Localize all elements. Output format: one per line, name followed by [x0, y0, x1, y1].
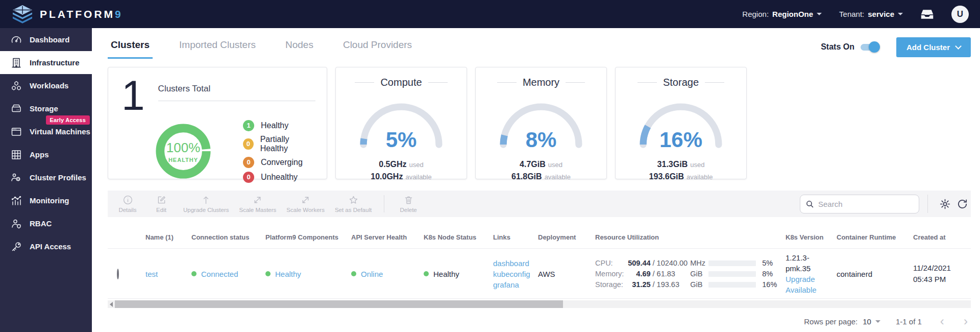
donut-percent: 100% [166, 140, 201, 156]
unhealthy-count-badge: 0 [243, 172, 254, 183]
gear-icon [939, 198, 951, 210]
resource-utilization-cell: CPU: 509.44 / 10240.00 MHz 5% Memory: 4.… [589, 258, 779, 290]
tenant-selector[interactable]: Tenant: service [839, 10, 903, 18]
search-icon [805, 200, 814, 208]
column-container-runtime[interactable]: Container Runtime [830, 226, 907, 249]
column-created-at[interactable]: Created at [907, 226, 971, 249]
column-deployment[interactable]: Deployment [532, 226, 589, 249]
tabs-row: Clusters Imported Clusters Nodes Cloud P… [108, 35, 971, 59]
tab-imported-clusters[interactable]: Imported Clusters [176, 35, 259, 59]
legend-partially-healthy: 0 Partially Healthy [243, 135, 315, 153]
vm-window-icon [10, 126, 22, 138]
trash-icon [403, 195, 414, 205]
storage-available: 193.6GiBavailable [649, 171, 713, 183]
region-label: Region: [742, 10, 769, 18]
sidebar-item-dashboard[interactable]: Dashboard [0, 28, 92, 51]
tab-cloud-providers[interactable]: Cloud Providers [340, 35, 415, 59]
k8s-version-value: 1.21.3-pmk.35 [786, 252, 830, 274]
user-shield-icon [10, 218, 22, 230]
grafana-link[interactable]: grafana [493, 279, 532, 290]
legend-converging: 0 Converging [243, 157, 315, 168]
compute-gauge-chart: 5% [356, 100, 446, 149]
chevron-down-icon [875, 320, 880, 323]
column-connection-status[interactable]: Connection status [185, 226, 259, 249]
memory-gauge-chart: 8% [496, 100, 586, 149]
green-status-dot [265, 271, 271, 276]
connection-status-cell: Connected [185, 270, 259, 278]
memory-usage-bar [708, 271, 756, 277]
toggle-switch[interactable] [861, 44, 878, 51]
upgrade-clusters-button[interactable]: Upgrade Clusters [178, 191, 234, 217]
cluster-name-link[interactable]: test [145, 270, 158, 278]
edit-button[interactable]: Edit [144, 191, 178, 217]
sidebar-item-rbac[interactable]: RBAC [0, 212, 92, 235]
storage-used: 31.3GiBused [649, 158, 713, 171]
stats-toggle-label: Stats On [821, 42, 854, 52]
refresh-button[interactable] [953, 195, 971, 212]
next-page-button[interactable]: › [961, 314, 971, 328]
scale-workers-button[interactable]: Scale Workers [281, 191, 330, 217]
legend-unhealthy: 0 Unhealthy [243, 172, 315, 183]
key-icon [10, 241, 22, 253]
tab-clusters[interactable]: Clusters [108, 35, 153, 59]
compute-percent: 5% [356, 128, 446, 152]
column-links[interactable]: Links [487, 226, 532, 249]
details-button[interactable]: Details [111, 191, 144, 217]
memory-utilization-row: Memory: 4.69 / 61.83 GiB 8% [595, 269, 779, 279]
platform9-components-cell: Healthy [259, 270, 345, 278]
column-name[interactable]: Name (1) [139, 226, 185, 249]
summary-cards: 1 Clusters Total 100% HEALTHY [108, 67, 747, 179]
sidebar-item-apps[interactable]: Apps [0, 143, 92, 166]
user-avatar[interactable]: U [951, 6, 969, 23]
clusters-total-card: 1 Clusters Total 100% HEALTHY [108, 67, 327, 179]
column-api-server-health[interactable]: API Server Health [345, 226, 418, 249]
cpu-usage-bar [708, 260, 756, 266]
donut-label: HEALTHY [168, 157, 198, 163]
memory-card: Memory 8% 4.7GiBused 61.8GiBavailable [475, 67, 607, 179]
dashboard-link[interactable]: dashboard [493, 258, 532, 269]
compute-used: 0.5GHzused [371, 158, 431, 171]
scale-masters-button[interactable]: Scale Masters [234, 191, 281, 217]
sidebar-item-api-access[interactable]: API Access [0, 235, 92, 258]
row-select-radio[interactable] [117, 269, 119, 279]
tab-bar: Clusters Imported Clusters Nodes Cloud P… [108, 35, 415, 59]
main-content: Clusters Imported Clusters Nodes Cloud P… [92, 28, 980, 332]
tab-nodes[interactable]: Nodes [282, 35, 316, 59]
kubeconfig-link[interactable]: kubeconfig [493, 269, 532, 279]
sidebar-item-workloads[interactable]: Workloads [0, 74, 92, 97]
set-as-default-button[interactable]: Set as Default [330, 191, 377, 217]
column-resource-utilization[interactable]: Resource Utilization [589, 226, 779, 249]
green-status-dot [424, 271, 429, 276]
column-settings-button[interactable] [936, 195, 953, 212]
cpu-utilization-row: CPU: 509.44 / 10240.00 MHz 5% [595, 258, 779, 269]
health-legend: 1 Healthy 0 Partially Healthy 0 Convergi… [243, 116, 315, 186]
scrollbar-thumb[interactable] [115, 300, 563, 308]
storage-percent: 16% [636, 128, 726, 152]
add-cluster-button[interactable]: Add Cluster [896, 37, 971, 57]
search-input[interactable] [818, 200, 905, 208]
compute-card: Compute 5% 0.5GHzused 10.0GHzavailable [335, 67, 467, 179]
cubes-icon [10, 80, 22, 92]
chart-icon [10, 195, 22, 207]
notifications-tray-button[interactable] [920, 9, 934, 20]
stats-toggle[interactable]: Stats On [821, 42, 878, 52]
sidebar-item-virtual-machines[interactable]: Early Access Virtual Machines [0, 120, 92, 143]
previous-page-button[interactable]: ‹ [937, 314, 947, 328]
region-selector[interactable]: Region: RegionOne [742, 10, 822, 18]
table-toolbar: Details Edit Upgrade Clusters Scale Mast… [108, 191, 971, 217]
sidebar-item-infrastructure[interactable]: Infrastructure [0, 51, 92, 74]
horizontal-scrollbar[interactable] [108, 300, 971, 308]
created-at-cell: 11/24/2021 05:43 PM [907, 263, 971, 285]
upgrade-available-link[interactable]: Upgrade Available [786, 274, 830, 295]
rows-per-page-select[interactable]: 10 [863, 317, 880, 326]
green-status-dot [191, 271, 197, 276]
column-k8s-version[interactable]: K8s Version [779, 226, 830, 249]
column-platform9-components[interactable]: Platform9 Components [259, 226, 345, 249]
clusters-total-count: 1 [121, 76, 145, 115]
delete-button[interactable]: Delete [391, 191, 425, 217]
storage-title: Storage [663, 77, 699, 88]
scroll-left-arrow[interactable] [110, 302, 113, 307]
column-k8s-node-status[interactable]: K8s Node Status [418, 226, 487, 249]
sidebar-item-cluster-profiles[interactable]: Cluster Profiles [0, 166, 92, 189]
sidebar-item-monitoring[interactable]: Monitoring [0, 189, 92, 212]
